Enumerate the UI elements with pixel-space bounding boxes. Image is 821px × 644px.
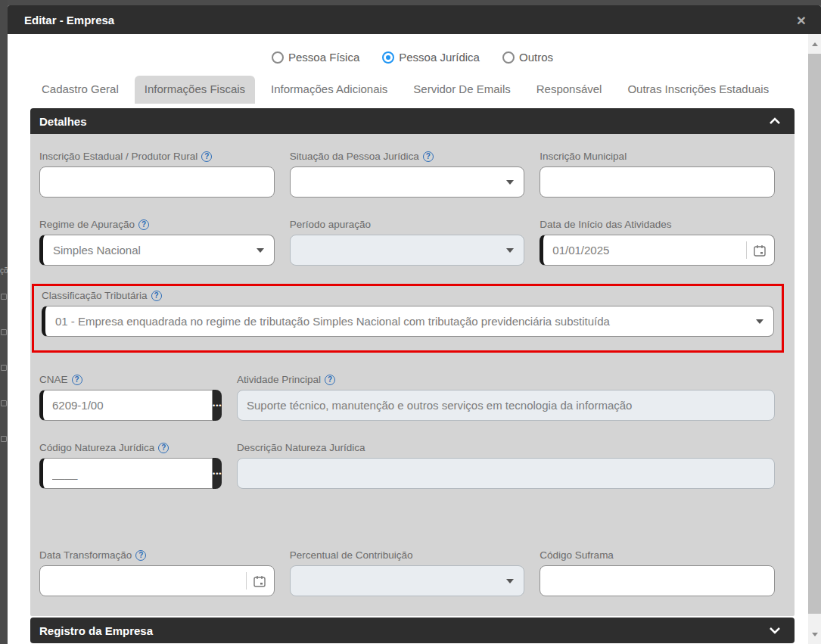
chevron-up-icon[interactable]	[769, 117, 781, 125]
field-codigo-natureza: Código Natureza Jurídica ? •••	[39, 442, 217, 489]
regime-apuracao-select[interactable]: Simples Nacional	[39, 235, 275, 266]
radio-outros[interactable]: Outros	[502, 51, 553, 64]
calendar-icon[interactable]	[753, 244, 767, 257]
radio-pessoa-juridica[interactable]: Pessoa Jurídica	[382, 51, 480, 64]
background-checkbox-fragment	[1, 294, 7, 300]
radio-unselected-icon[interactable]	[502, 51, 515, 64]
help-icon[interactable]: ?	[325, 375, 335, 385]
background-checkbox-fragment	[1, 436, 7, 442]
detalhes-panel: Inscrição Estadual / Produtor Rural ? Si…	[30, 134, 795, 616]
field-descricao-natureza: Descrição Natureza Jurídica	[237, 442, 775, 489]
field-label: Atividade Principal ?	[237, 374, 775, 385]
help-icon[interactable]: ?	[138, 219, 149, 230]
field-periodo-apuracao: Período apuração	[290, 219, 525, 266]
help-icon[interactable]: ?	[158, 443, 169, 453]
dropdown-caret-icon	[506, 248, 514, 253]
dropdown-caret-icon	[506, 180, 514, 185]
dropdown-caret-icon	[756, 319, 763, 324]
periodo-apuracao-select	[290, 235, 525, 266]
modal-body: Pessoa Física Pessoa Jurídica Outros Cad…	[8, 34, 821, 644]
section-title: Detalhes	[39, 115, 87, 128]
radio-selected-icon[interactable]	[382, 51, 394, 64]
field-regime-apuracao: Regime de Apuração ? Simples Nacional	[39, 219, 275, 266]
field-label: Situação da Pessoa Jurídica ?	[290, 151, 525, 162]
background-page-fragment: çõ	[0, 266, 8, 275]
field-percentual-contribuicao: Percentual de Contribuição	[290, 549, 525, 596]
section-title: Registro da Empresa	[39, 624, 153, 637]
section-header-registro[interactable]: Registro da Empresa	[30, 618, 795, 643]
calendar-icon[interactable]	[253, 574, 266, 588]
field-cnae: CNAE ? •••	[39, 374, 217, 421]
field-label: Código Natureza Jurídica ?	[39, 442, 217, 453]
classificacao-tributaria-highlight-box: Classificação Tributária ? 01 - Empresa …	[32, 284, 784, 353]
modal-backdrop: çõ	[0, 0, 8, 644]
help-icon[interactable]: ?	[201, 151, 212, 162]
field-label: CNAE ?	[39, 374, 217, 385]
chevron-down-icon[interactable]	[769, 627, 781, 634]
tab-outras-inscricoes[interactable]: Outras Inscrições Estaduais	[617, 76, 779, 104]
field-situacao-pj: Situação da Pessoa Jurídica ?	[290, 151, 525, 198]
tab-responsavel[interactable]: Responsável	[527, 76, 612, 104]
codigo-suframa-input[interactable]	[540, 574, 774, 587]
help-icon[interactable]: ?	[135, 550, 146, 561]
inscricao-municipal-input[interactable]	[540, 176, 774, 188]
field-label: Inscrição Estadual / Produtor Rural ?	[39, 151, 275, 162]
codigo-natureza-input[interactable]	[43, 467, 212, 480]
scroll-up-arrow-icon[interactable]	[808, 38, 821, 50]
percentual-contribuicao-select	[290, 565, 525, 596]
field-label: Percentual de Contribuição	[290, 549, 525, 561]
field-label: Inscrição Municipal	[540, 151, 775, 162]
tab-servidor-de-emails[interactable]: Servidor De Emails	[403, 76, 520, 104]
natureza-lookup-button[interactable]: •••	[213, 458, 222, 489]
classificacao-tributaria-select[interactable]: 01 - Empresa enquadrada no regime de tri…	[42, 306, 774, 337]
scrollbar-thumb[interactable]	[808, 54, 821, 614]
help-icon[interactable]: ?	[72, 375, 82, 385]
field-label: Período apuração	[290, 219, 525, 230]
radio-pessoa-fisica[interactable]: Pessoa Física	[272, 51, 359, 64]
edit-company-modal: Editar - Empresa × Pessoa Física Pessoa …	[8, 5, 821, 644]
help-icon[interactable]: ?	[151, 291, 162, 301]
cnae-input[interactable]	[43, 399, 212, 412]
inscricao-estadual-input[interactable]	[40, 176, 274, 188]
radio-label: Pessoa Jurídica	[399, 51, 480, 64]
modal-header: Editar - Empresa ×	[8, 5, 821, 34]
scroll-down-arrow-icon[interactable]	[808, 628, 821, 640]
radio-unselected-icon[interactable]	[272, 51, 284, 64]
radio-label: Outros	[519, 51, 553, 64]
dropdown-caret-icon	[506, 579, 514, 583]
tab-informacoes-fiscais[interactable]: Informações Fiscais	[135, 76, 255, 104]
field-data-inicio: Data de Início das Atividades	[540, 219, 775, 266]
data-transformacao-input[interactable]	[40, 574, 274, 587]
tab-cadastro-geral[interactable]: Cadastro Geral	[32, 76, 129, 104]
descricao-natureza-input	[238, 467, 774, 480]
field-label: Descrição Natureza Jurídica	[237, 442, 775, 453]
field-inscricao-municipal: Inscrição Municipal	[540, 151, 775, 198]
field-codigo-suframa: Código Suframa	[540, 549, 775, 596]
close-icon[interactable]: ×	[797, 12, 806, 28]
situacao-pj-select[interactable]	[290, 166, 525, 198]
field-label: Data Transformação ?	[39, 549, 275, 561]
field-label: Classificação Tributária ?	[42, 290, 774, 301]
ellipsis-icon: •••	[213, 470, 222, 478]
field-atividade-principal: Atividade Principal ?	[237, 374, 775, 421]
data-inicio-input[interactable]	[543, 244, 774, 257]
field-label: Regime de Apuração ?	[39, 219, 275, 230]
cnae-lookup-button[interactable]: •••	[213, 390, 222, 421]
field-data-transformacao: Data Transformação ?	[39, 549, 275, 596]
vertical-scrollbar[interactable]	[808, 34, 821, 644]
modal-title: Editar - Empresa	[24, 14, 114, 26]
help-icon[interactable]: ?	[423, 151, 434, 162]
tab-bar: Cadastro Geral Informações Fiscais Infor…	[30, 68, 795, 104]
atividade-principal-input	[238, 399, 774, 412]
tab-informacoes-adicionais[interactable]: Informações Adicionais	[261, 76, 397, 104]
dropdown-caret-icon	[257, 248, 264, 253]
field-inscricao-estadual: Inscrição Estadual / Produtor Rural ?	[39, 151, 275, 198]
field-label: Data de Início das Atividades	[540, 219, 775, 230]
field-classificacao-tributaria: Classificação Tributária ? 01 - Empresa …	[42, 290, 774, 337]
field-label: Código Suframa	[540, 549, 775, 561]
background-checkbox-fragment	[1, 400, 7, 406]
ellipsis-icon: •••	[213, 402, 222, 409]
person-type-radio-group: Pessoa Física Pessoa Jurídica Outros	[30, 34, 795, 68]
background-checkbox-fragment	[1, 365, 7, 371]
section-header-detalhes[interactable]: Detalhes	[30, 108, 795, 134]
